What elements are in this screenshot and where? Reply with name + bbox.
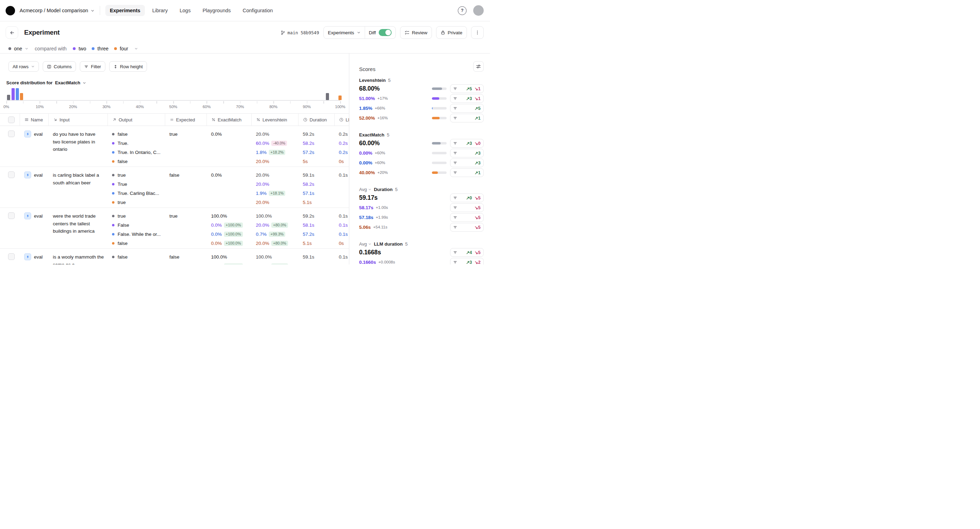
diff-toggle[interactable] (379, 29, 391, 36)
metric-value: 59.1s (303, 173, 314, 178)
row-checkbox[interactable] (8, 253, 15, 260)
output-text: false (118, 132, 128, 137)
comparison-experiment-four[interactable]: four (114, 46, 128, 51)
axis-tick (323, 101, 324, 103)
aggregation-selector[interactable]: Avg (359, 241, 371, 247)
column-header-input[interactable]: Input (48, 114, 107, 125)
score-filter-button[interactable]: ↗0↘5 (450, 194, 484, 202)
all-rows-filter-button[interactable]: All rows (8, 61, 39, 72)
chevron-down-icon[interactable] (134, 47, 138, 50)
score-value: 59.17s (359, 194, 378, 202)
metric-line: 0.0%+100.0% (211, 221, 251, 230)
histogram-bar[interactable] (20, 93, 23, 100)
score-value: 51.00% (359, 96, 375, 101)
column-header-output[interactable]: Output (107, 114, 165, 125)
filter-button[interactable]: Filter (80, 61, 105, 72)
table-row[interactable]: evalis a wooly mammoth the same as afals… (0, 249, 349, 265)
help-icon[interactable]: ? (458, 6, 466, 15)
diff-badge: +80.0% (271, 222, 288, 228)
score-filter-button[interactable]: ↘5 (450, 213, 484, 222)
private-button[interactable]: Private (436, 26, 467, 39)
table-row[interactable]: evaldo you have to have two license plat… (0, 126, 349, 167)
score-filter-button[interactable]: ↘5 (450, 203, 484, 212)
histogram-bar[interactable] (11, 88, 15, 100)
metric-line: 0.1s (339, 252, 349, 261)
score-filter-button[interactable]: ↗3 (450, 149, 484, 157)
histogram-bar[interactable] (326, 93, 329, 100)
regressions-count: ↘5 (475, 205, 480, 210)
columns-label: Columns (54, 64, 72, 69)
scores-settings-button[interactable] (473, 61, 484, 72)
filter-icon (84, 64, 89, 69)
comparison-experiment-three[interactable]: three (92, 46, 108, 51)
table-toolbar: All rows Columns Filter (8, 61, 349, 72)
experiment-dot (112, 133, 115, 135)
metric-value: 0.0% (211, 222, 222, 228)
score-filter-button[interactable]: ↗3↘0 (450, 139, 484, 148)
avatar[interactable] (473, 5, 484, 16)
column-header-name[interactable]: Name (20, 114, 48, 125)
tab-playgrounds[interactable]: Playgrounds (198, 5, 235, 16)
score-filter-button[interactable]: ↗5↘1 (450, 84, 484, 93)
git-ref[interactable]: main 58b9549 (281, 30, 319, 35)
chevron-down-icon (357, 31, 361, 34)
table-row[interactable]: evalwere the world trade centers the tal… (0, 208, 349, 249)
row-height-button[interactable]: Row height (109, 61, 147, 72)
breadcrumb[interactable]: Acmecorp / Model comparison (20, 8, 94, 13)
aggregation-selector[interactable]: Avg (359, 187, 371, 192)
score-filter-button[interactable]: ↗5 (450, 104, 484, 113)
column-header-llm-duration[interactable]: LLM duration (334, 114, 349, 125)
score-value: 68.00% (359, 85, 380, 92)
score-filter-button[interactable]: ↗1 (450, 114, 484, 122)
columns-button[interactable]: Columns (43, 61, 76, 72)
tab-logs[interactable]: Logs (175, 5, 195, 16)
metric-line (211, 148, 251, 157)
chevron-down-icon (83, 81, 86, 85)
score-filter-button[interactable]: ↗3↘1 (450, 94, 484, 103)
column-header-expected[interactable]: Expected (165, 114, 207, 125)
tab-configuration[interactable]: Configuration (238, 5, 277, 16)
score-filter-button[interactable]: ↗3↘2 (450, 258, 484, 265)
back-button[interactable] (6, 26, 18, 39)
tab-experiments[interactable]: Experiments (105, 5, 145, 16)
metric-line: 5.1s (303, 198, 334, 207)
comparison-experiment-label: two (78, 46, 86, 51)
score-section-name: LLM duration (374, 241, 402, 247)
metric-value: 0.0% (211, 132, 222, 137)
more-menu-button[interactable] (471, 26, 484, 39)
review-button[interactable]: Review (400, 26, 432, 39)
column-header-levenshtein[interactable]: Levenshtein (251, 114, 298, 125)
column-header-duration[interactable]: Duration (298, 114, 334, 125)
histogram-bar[interactable] (7, 95, 10, 100)
metric-line: 0s (339, 157, 349, 166)
axis-tick (173, 101, 174, 103)
score-row: 0.1668s↗4↘5 (359, 247, 484, 257)
improvements-count: ↗1 (475, 116, 480, 121)
row-checkbox[interactable] (8, 212, 15, 219)
histogram-bar[interactable] (16, 88, 19, 100)
comparison-experiment-two[interactable]: two (73, 46, 86, 51)
axis-label: 20% (69, 105, 77, 109)
metric-line: 100.0% (256, 252, 298, 261)
output-line: False. While the or... (112, 230, 165, 238)
table-row[interactable]: evalis carling black label a south afric… (0, 167, 349, 208)
metric-line: 0.1s (339, 170, 349, 180)
score-filter-button[interactable]: ↗3 (450, 159, 484, 167)
org-logo[interactable] (6, 6, 15, 15)
base-experiment-selector[interactable]: one (8, 46, 29, 51)
score-filter-button[interactable]: ↗1 (450, 168, 484, 177)
score-value: 0.1668s (359, 249, 381, 256)
row-checkbox[interactable] (8, 130, 15, 137)
column-header-exactmatch[interactable]: ExactMatch (207, 114, 251, 125)
experiments-menu-button[interactable]: Experiments (324, 27, 365, 38)
row-checkbox[interactable] (8, 172, 15, 178)
score-filter-button[interactable]: ↘5 (450, 223, 484, 232)
score-section-count: 5 (395, 187, 398, 192)
metric-value: 0.2s (339, 150, 348, 155)
select-all-checkbox[interactable] (8, 116, 15, 123)
score-filter-button[interactable]: ↗4↘5 (450, 248, 484, 257)
score-distribution-selector[interactable]: Score distribution for ExactMatch (6, 80, 349, 85)
histogram-bar[interactable] (339, 95, 342, 100)
score-value: 60.00% (359, 140, 380, 147)
tab-library[interactable]: Library (148, 5, 172, 16)
